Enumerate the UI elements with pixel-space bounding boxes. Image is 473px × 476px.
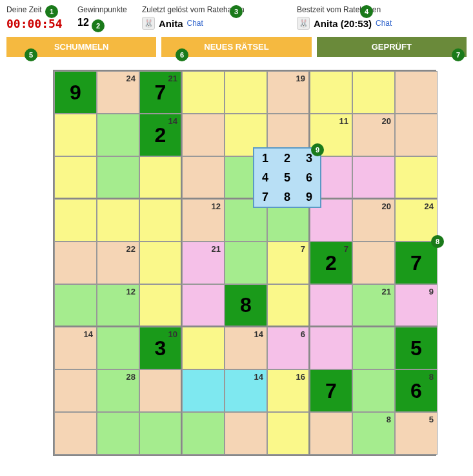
cell-r8-c5[interactable] (267, 412, 310, 455)
cell-r4-c8[interactable]: 7 (395, 242, 438, 284)
cell-r6-c6[interactable] (310, 327, 352, 369)
cell-r7-c4[interactable]: 14 (225, 369, 267, 412)
cell-r1-c1[interactable] (97, 114, 139, 156)
cell-r7-c8[interactable]: 86 (395, 369, 438, 412)
cell-r8-c0[interactable] (54, 412, 97, 455)
cell-r7-c5[interactable]: 16 (267, 369, 310, 412)
picker-8[interactable]: 8 (276, 187, 298, 207)
cell-r0-c2[interactable]: 217 (139, 71, 182, 114)
cell-r6-c7[interactable] (352, 327, 395, 369)
killer-sudoku-grid[interactable]: 9242171914211201220242221772712821914103… (53, 70, 436, 456)
cell-r2-c0[interactable] (54, 156, 97, 199)
cell-r4-c1[interactable]: 22 (97, 242, 139, 284)
cell-r3-c3[interactable]: 12 (182, 199, 225, 242)
picker-2[interactable]: 2 (276, 149, 298, 168)
cell-r2-c2[interactable] (139, 156, 182, 199)
picker-6[interactable]: 6 (298, 168, 320, 187)
cell-r4-c4[interactable] (225, 242, 267, 284)
cell-r7-c0[interactable] (54, 369, 97, 412)
cell-r6-c3[interactable] (182, 327, 225, 369)
cell-r5-c1[interactable]: 12 (97, 284, 139, 327)
cell-r1-c2[interactable]: 142 (139, 114, 182, 156)
cell-r1-c7[interactable]: 20 (352, 114, 395, 156)
cell-r4-c3[interactable]: 21 (182, 242, 225, 284)
cell-r6-c1[interactable] (97, 327, 139, 369)
help-marker-6[interactable]: 6 (176, 48, 188, 61)
cell-r7-c1[interactable]: 28 (97, 369, 139, 412)
help-marker-2[interactable]: 2 (92, 19, 105, 32)
cell-r4-c0[interactable] (54, 242, 97, 284)
cell-r5-c5[interactable] (267, 284, 310, 327)
cage-sum: 8 (429, 372, 434, 382)
best-user-name: Anita (20:53) (314, 18, 372, 29)
cell-r8-c8[interactable]: 5 (395, 412, 438, 455)
cell-r5-c0[interactable] (54, 284, 97, 327)
cell-r1-c0[interactable] (54, 114, 97, 156)
cell-value: 9 (70, 81, 81, 105)
cell-r5-c7[interactable]: 21 (352, 284, 395, 327)
cell-r5-c6[interactable] (310, 284, 352, 327)
cell-r5-c3[interactable] (182, 284, 225, 327)
cell-r5-c4[interactable]: 8 (225, 284, 267, 327)
number-picker[interactable]: 123456789 (253, 147, 321, 208)
cell-r7-c3[interactable] (182, 369, 225, 412)
cell-r6-c0[interactable]: 14 (54, 327, 97, 369)
cell-r4-c2[interactable] (139, 242, 182, 284)
cell-r4-c5[interactable]: 7 (267, 242, 310, 284)
cell-r8-c6[interactable] (310, 412, 352, 455)
cell-r1-c8[interactable] (395, 114, 438, 156)
last-user-name: Anita (159, 18, 183, 29)
cage-sum: 11 (339, 116, 348, 126)
picker-4[interactable]: 4 (254, 168, 276, 187)
cell-r8-c3[interactable] (182, 412, 225, 455)
help-marker-5[interactable]: 5 (25, 48, 37, 61)
cell-r3-c2[interactable] (139, 199, 182, 242)
help-marker-3[interactable]: 3 (230, 5, 243, 18)
cell-r8-c1[interactable] (97, 412, 139, 455)
cell-r5-c2[interactable] (139, 284, 182, 327)
cell-r2-c1[interactable] (97, 156, 139, 199)
cell-r0-c6[interactable] (310, 71, 352, 114)
chat-link[interactable]: Chat (187, 19, 203, 28)
cell-r8-c4[interactable] (225, 412, 267, 455)
picker-9[interactable]: 9 (298, 187, 320, 207)
help-marker-1[interactable]: 1 (45, 5, 58, 18)
cell-r0-c7[interactable] (352, 71, 395, 114)
cell-r8-c2[interactable] (139, 412, 182, 455)
cell-r7-c2[interactable] (139, 369, 182, 412)
cell-r4-c6[interactable]: 72 (310, 242, 352, 284)
help-marker-4[interactable]: 4 (360, 5, 373, 18)
cage-sum: 7 (301, 244, 305, 254)
cell-r0-c1[interactable]: 24 (97, 71, 139, 114)
cell-r3-c1[interactable] (97, 199, 139, 242)
help-marker-9[interactable]: 9 (311, 143, 324, 156)
cell-r3-c0[interactable] (54, 199, 97, 242)
cell-r1-c3[interactable] (182, 114, 225, 156)
help-marker-7[interactable]: 7 (452, 48, 465, 61)
cell-r3-c8[interactable]: 24 (395, 199, 438, 242)
cell-r6-c2[interactable]: 103 (139, 327, 182, 369)
cell-r0-c0[interactable]: 9 (54, 71, 97, 114)
cell-r6-c5[interactable]: 6 (267, 327, 310, 369)
cell-r6-c8[interactable]: 5 (395, 327, 438, 369)
cell-r7-c6[interactable]: 7 (310, 369, 352, 412)
cell-r2-c3[interactable] (182, 156, 225, 199)
picker-1[interactable]: 1 (254, 149, 276, 168)
cell-r6-c4[interactable]: 14 (225, 327, 267, 369)
cell-r2-c8[interactable] (395, 156, 438, 199)
cell-r7-c7[interactable] (352, 369, 395, 412)
checked-button[interactable]: GEPRÜFT (317, 37, 467, 57)
cell-r5-c8[interactable]: 9 (395, 284, 438, 327)
cell-r2-c7[interactable] (352, 156, 395, 199)
cell-r8-c7[interactable]: 8 (352, 412, 395, 455)
cell-r0-c4[interactable] (225, 71, 267, 114)
help-marker-8[interactable]: 8 (431, 235, 444, 248)
cell-r0-c5[interactable]: 19 (267, 71, 310, 114)
chat-link[interactable]: Chat (376, 19, 392, 28)
picker-7[interactable]: 7 (254, 187, 276, 207)
cell-r3-c7[interactable]: 20 (352, 199, 395, 242)
cell-r4-c7[interactable] (352, 242, 395, 284)
cell-r0-c8[interactable] (395, 71, 438, 114)
cell-r0-c3[interactable] (182, 71, 225, 114)
picker-5[interactable]: 5 (276, 168, 298, 187)
